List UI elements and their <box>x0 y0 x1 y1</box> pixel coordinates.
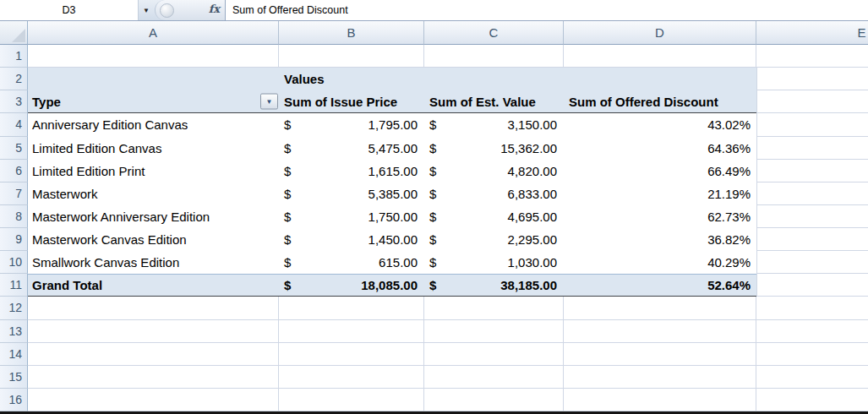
formula-input[interactable]: Sum of Offered Discount <box>225 0 868 20</box>
column-header-d[interactable]: D <box>564 21 756 45</box>
cell-b6-issue-price[interactable]: $1,615.00 <box>279 160 424 182</box>
row-header-6[interactable]: 6 <box>0 160 28 182</box>
cell-e10[interactable] <box>756 251 868 274</box>
column-header-b[interactable]: B <box>279 21 424 45</box>
cell-a1[interactable] <box>28 45 279 68</box>
cell-a16[interactable] <box>28 389 279 411</box>
name-box[interactable]: D3 <box>0 0 139 20</box>
column-header-c[interactable]: C <box>424 21 564 45</box>
cell-e12[interactable] <box>756 297 868 319</box>
cell-b2-values-caption[interactable]: Values <box>279 68 424 90</box>
cell-b5-issue-price[interactable]: $5,475.00 <box>279 137 424 160</box>
filter-dropdown-button[interactable]: ▼ <box>260 94 278 110</box>
cell-b14[interactable] <box>279 343 424 366</box>
cell-e7[interactable] <box>756 182 868 205</box>
cell-e14[interactable] <box>756 343 868 366</box>
cell-e1[interactable] <box>756 45 868 68</box>
cell-d15[interactable] <box>564 366 756 389</box>
cell-b13[interactable] <box>279 320 424 343</box>
cell-b16[interactable] <box>279 389 424 411</box>
cell-a2[interactable] <box>28 68 279 90</box>
row-header-3[interactable]: 3 <box>0 90 28 113</box>
cell-a11-grand-total-label[interactable]: Grand Total <box>28 274 279 297</box>
cell-c6-est-value[interactable]: $4,820.00 <box>424 160 564 182</box>
row-header-5[interactable]: 5 <box>0 137 28 160</box>
cell-d1[interactable] <box>564 45 756 68</box>
column-header-a[interactable]: A <box>28 21 279 45</box>
row-header-10[interactable]: 10 <box>0 251 28 274</box>
cell-a7-type[interactable]: Masterwork <box>28 182 279 205</box>
cell-c14[interactable] <box>424 343 564 366</box>
cell-a13[interactable] <box>28 320 279 343</box>
cell-c13[interactable] <box>424 320 564 343</box>
row-header-7[interactable]: 7 <box>0 182 28 205</box>
cell-b12[interactable] <box>279 297 424 319</box>
cell-c1[interactable] <box>424 45 564 68</box>
cell-c2[interactable] <box>424 68 564 90</box>
select-all-button[interactable] <box>0 21 28 45</box>
cell-d13[interactable] <box>564 320 756 343</box>
cell-a3-type-header[interactable]: Type ▼ <box>28 90 279 113</box>
cell-d12[interactable] <box>564 297 756 319</box>
cell-d9-offered-discount[interactable]: 36.82% <box>564 228 756 251</box>
cell-e9[interactable] <box>756 228 868 251</box>
row-header-12[interactable]: 12 <box>0 297 28 319</box>
cell-a10-type[interactable]: Smallwork Canvas Edition <box>28 251 279 274</box>
cell-b1[interactable] <box>279 45 424 68</box>
cell-c4-est-value[interactable]: $3,150.00 <box>424 113 564 136</box>
cell-d7-offered-discount[interactable]: 21.19% <box>564 182 756 205</box>
cell-e2[interactable] <box>756 68 868 90</box>
cell-a12[interactable] <box>28 297 279 319</box>
column-header-e[interactable]: E <box>756 21 868 45</box>
cell-b3-issue-price-header[interactable]: Sum of Issue Price <box>279 90 424 113</box>
cell-e8[interactable] <box>756 205 868 228</box>
cell-a9-type[interactable]: Masterwork Canvas Edition <box>28 228 279 251</box>
cell-d8-offered-discount[interactable]: 62.73% <box>564 205 756 228</box>
cell-d10-offered-discount[interactable]: 40.29% <box>564 251 756 274</box>
cell-e15[interactable] <box>756 366 868 389</box>
cell-d16[interactable] <box>564 389 756 411</box>
cell-e6[interactable] <box>756 160 868 182</box>
cell-c8-est-value[interactable]: $4,695.00 <box>424 205 564 228</box>
cell-a4-type[interactable]: Anniversary Edition Canvas <box>28 113 279 136</box>
cell-b11-grand-total-issue-price[interactable]: $18,085.00 <box>279 274 424 297</box>
row-header-11[interactable]: 11 <box>0 274 28 297</box>
cell-d11-grand-total-offered-discount[interactable]: 52.64% <box>564 274 756 297</box>
cell-d4-offered-discount[interactable]: 43.02% <box>564 113 756 136</box>
row-header-9[interactable]: 9 <box>0 228 28 251</box>
row-header-8[interactable]: 8 <box>0 205 28 228</box>
name-box-dropdown-icon[interactable]: ▼ <box>138 0 155 20</box>
cell-a5-type[interactable]: Limited Edition Canvas <box>28 137 279 160</box>
cell-e16[interactable] <box>756 389 868 411</box>
cell-c16[interactable] <box>424 389 564 411</box>
cell-d14[interactable] <box>564 343 756 366</box>
cell-c5-est-value[interactable]: $15,362.00 <box>424 137 564 160</box>
fx-icon[interactable]: fx <box>209 3 220 15</box>
cell-a8-type[interactable]: Masterwork Anniversary Edition <box>28 205 279 228</box>
formula-bar-splitter[interactable]: fx <box>155 0 226 20</box>
cell-b9-issue-price[interactable]: $1,450.00 <box>279 228 424 251</box>
cell-e5[interactable] <box>756 137 868 160</box>
cell-c12[interactable] <box>424 297 564 319</box>
cell-a14[interactable] <box>28 343 279 366</box>
cell-d6-offered-discount[interactable]: 66.49% <box>564 160 756 182</box>
cell-e3[interactable] <box>756 90 868 113</box>
cell-b15[interactable] <box>279 366 424 389</box>
cell-c9-est-value[interactable]: $2,295.00 <box>424 228 564 251</box>
row-header-14[interactable]: 14 <box>0 343 28 366</box>
row-header-1[interactable]: 1 <box>0 45 28 68</box>
cell-a6-type[interactable]: Limited Edition Print <box>28 160 279 182</box>
row-header-4[interactable]: 4 <box>0 113 28 136</box>
cell-c10-est-value[interactable]: $1,030.00 <box>424 251 564 274</box>
cell-c7-est-value[interactable]: $6,833.00 <box>424 182 564 205</box>
cell-d2[interactable] <box>564 68 756 90</box>
row-header-13[interactable]: 13 <box>0 320 28 343</box>
cell-e4[interactable] <box>756 113 868 136</box>
row-header-15[interactable]: 15 <box>0 366 28 389</box>
cell-a15[interactable] <box>28 366 279 389</box>
cell-c15[interactable] <box>424 366 564 389</box>
cell-b10-issue-price[interactable]: $615.00 <box>279 251 424 274</box>
row-header-2[interactable]: 2 <box>0 68 28 90</box>
cell-b4-issue-price[interactable]: $1,795.00 <box>279 113 424 136</box>
cell-d5-offered-discount[interactable]: 64.36% <box>564 137 756 160</box>
